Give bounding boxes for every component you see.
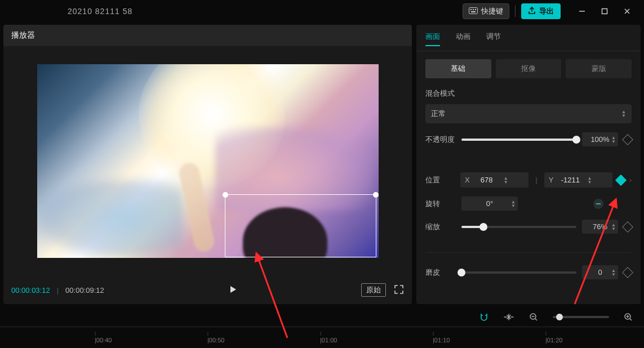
close-button[interactable] xyxy=(616,3,638,20)
rotate-value-input[interactable]: 0° ▲▼ xyxy=(461,197,518,211)
selection-handle-tl[interactable] xyxy=(223,192,228,198)
position-x-input[interactable]: X 678 ▲▼ xyxy=(460,172,528,188)
subtab-cutout[interactable]: 抠像 xyxy=(496,59,562,78)
ruler-tick: |01:00 xyxy=(320,331,337,343)
svg-rect-6 xyxy=(602,9,607,14)
properties-panel: 画面 动画 调节 基础 抠像 蒙版 混合模式 正常 ▲▼ 不透明度 xyxy=(416,25,641,304)
opacity-label: 不透明度 xyxy=(425,135,456,145)
scale-keyframe[interactable] xyxy=(622,221,633,233)
timeline-ruler[interactable]: |00:40 |00:50 |01:00 |01:10 |01:20 xyxy=(0,327,644,347)
rotate-label: 旋转 xyxy=(425,199,456,209)
video-preview[interactable] xyxy=(37,64,379,258)
subtab-basic[interactable]: 基础 xyxy=(425,59,491,78)
aspect-ratio-chip[interactable]: 原始 xyxy=(361,283,386,297)
svg-rect-3 xyxy=(475,9,476,10)
stepper-icon[interactable]: ▲▼ xyxy=(611,223,616,231)
link-icon[interactable] xyxy=(503,311,514,323)
svg-rect-2 xyxy=(473,9,474,10)
zoom-slider[interactable] xyxy=(553,316,609,318)
svg-rect-0 xyxy=(469,7,478,14)
ruler-tick: |00:40 xyxy=(95,331,112,343)
blend-mode-label: 混合模式 xyxy=(425,88,632,99)
x-value: 678 xyxy=(476,176,498,184)
smooth-slider[interactable] xyxy=(461,271,576,274)
smooth-value[interactable]: 0 ▲▼ xyxy=(582,265,618,279)
y-value: -1211 xyxy=(559,176,581,184)
selection-box[interactable] xyxy=(225,194,376,257)
play-button[interactable] xyxy=(228,284,238,296)
blend-mode-value: 正常 xyxy=(431,109,446,119)
position-y-input[interactable]: Y -1211 ▲▼ xyxy=(544,172,612,188)
magnet-icon[interactable] xyxy=(478,311,490,323)
stepper-icon[interactable]: ▲▼ xyxy=(511,200,516,208)
stepper-icon[interactable]: ▲▼ xyxy=(504,176,508,184)
opacity-keyframe[interactable] xyxy=(622,134,633,145)
scale-slider[interactable] xyxy=(461,226,576,228)
svg-line-9 xyxy=(535,319,537,320)
y-label: Y xyxy=(549,176,554,184)
player-header: 播放器 xyxy=(3,25,412,46)
export-label: 导出 xyxy=(539,6,554,16)
scale-value[interactable]: 76% ▲▼ xyxy=(582,220,618,234)
position-label: 位置 xyxy=(425,175,456,185)
zoom-out-icon[interactable] xyxy=(528,311,539,323)
stepper-icon[interactable]: ▲▼ xyxy=(621,110,626,118)
export-icon xyxy=(528,7,536,16)
keyboard-icon xyxy=(469,7,478,16)
ruler-tick: |01:10 xyxy=(433,331,450,343)
smooth-label: 磨皮 xyxy=(425,267,456,278)
duration-timecode: 00:00:09:12 xyxy=(65,286,104,295)
ruler-tick: |01:20 xyxy=(545,331,562,343)
position-keyframe[interactable] xyxy=(615,175,627,186)
export-button[interactable]: 导出 xyxy=(521,3,561,19)
tab-picture[interactable]: 画面 xyxy=(425,32,440,46)
stepper-icon[interactable]: ▲▼ xyxy=(611,269,616,276)
svg-rect-4 xyxy=(471,11,476,12)
shortcuts-label: 快捷键 xyxy=(481,6,503,16)
selection-handle-tr[interactable] xyxy=(373,192,379,198)
rotate-reset-button[interactable] xyxy=(593,199,603,209)
maximize-button[interactable] xyxy=(593,3,616,20)
timecode-separator: | xyxy=(57,286,59,295)
fullscreen-button[interactable] xyxy=(394,284,404,296)
tab-adjust[interactable]: 调节 xyxy=(486,32,501,46)
opacity-slider[interactable] xyxy=(461,139,576,141)
subtab-mask[interactable]: 蒙版 xyxy=(566,59,632,78)
svg-line-13 xyxy=(630,319,632,320)
x-label: X xyxy=(465,176,470,184)
opacity-value[interactable]: 100% ▲▼ xyxy=(582,132,618,146)
xy-separator: | xyxy=(533,176,539,184)
player-panel: 播放器 00:00:03:12 | 00:00:09:12 xyxy=(3,25,412,304)
scale-label: 缩放 xyxy=(425,222,456,232)
smooth-keyframe[interactable] xyxy=(622,267,633,278)
stepper-icon[interactable]: ▲▼ xyxy=(611,136,616,144)
minimize-button[interactable] xyxy=(571,3,593,20)
current-timecode: 00:00:03:12 xyxy=(11,286,50,295)
zoom-in-icon[interactable] xyxy=(623,311,634,323)
tab-animation[interactable]: 动画 xyxy=(456,32,470,46)
svg-rect-1 xyxy=(470,9,472,10)
blend-mode-select[interactable]: 正常 ▲▼ xyxy=(425,104,632,123)
keyframe-next-icon[interactable]: › xyxy=(629,176,632,184)
ruler-tick: |00:50 xyxy=(207,331,224,343)
shortcuts-button[interactable]: 快捷键 xyxy=(463,3,509,19)
project-title: 20210 82111 58 xyxy=(68,7,132,16)
stepper-icon[interactable]: ▲▼ xyxy=(587,176,592,184)
